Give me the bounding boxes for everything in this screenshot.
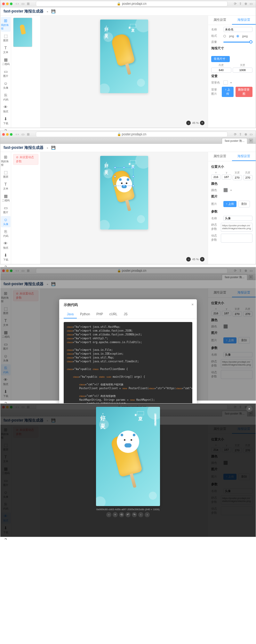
- upload-bg-button[interactable]: ↑ 上传: [222, 87, 234, 97]
- window-controls[interactable]: [2, 3, 12, 5]
- sidebar-item-4[interactable]: ▭图片: [1, 68, 11, 79]
- preset-size-button[interactable]: 常用尺寸▾: [211, 56, 230, 62]
- sidebar-item-3[interactable]: ▦二维码: [1, 56, 11, 67]
- popsicle-graphic: [110, 33, 138, 77]
- sidebar-item-5[interactable]: ☺头像: [1, 80, 11, 91]
- sidebar-icon: ⬇: [4, 117, 7, 121]
- canvas-area[interactable]: 你好，夏天 数伏百四十三 立夏 − 45 % +: [41, 152, 208, 264]
- code-tab-curl[interactable]: cURL: [106, 310, 121, 318]
- selection-box[interactable]: [115, 167, 133, 186]
- sidebar-icon: ⬚: [4, 34, 8, 38]
- sidebar-item-0[interactable]: ⊞我的海报: [1, 17, 11, 32]
- layer-panel: ⊘ 未设置动态参数: [11, 152, 41, 264]
- w-input[interactable]: [233, 175, 242, 180]
- y-input[interactable]: [222, 174, 231, 180]
- reset-icon[interactable]: ⟲: [119, 512, 124, 517]
- zoom-out-icon[interactable]: −: [106, 512, 111, 517]
- poster-thumbnail[interactable]: [13, 18, 32, 47]
- nav-buttons[interactable]: ‹ › ▭ ⊞: [16, 2, 29, 5]
- sidebar-icon: ▭: [4, 205, 8, 210]
- code-tab-js[interactable]: JS: [121, 310, 131, 318]
- poster-text-center[interactable]: 立夏: [130, 24, 136, 28]
- sidebar: ⊞我的海报⬚图层T文本▦二维码▭图片☺头像⎘代码👁预览⬇下载?帮助: [0, 16, 11, 128]
- sidebar-item-7[interactable]: 👁预览: [1, 240, 11, 251]
- remove-bg-button[interactable]: 删除背景图: [236, 87, 253, 97]
- code-tab-java[interactable]: Java: [64, 310, 77, 318]
- poster-canvas[interactable]: 你好，夏天 数伏百四十三 立夏: [100, 156, 148, 229]
- sidebar-item-0[interactable]: ⊞我的海报: [1, 153, 11, 168]
- properties-panel: 属性设置 海报设置 名称 格式 png jpeg 质量 海报尺寸 常用尺寸▾ 高…: [208, 16, 256, 128]
- save-icon[interactable]: 💾: [51, 9, 56, 13]
- sidebar-item-5[interactable]: ☺头像: [1, 216, 11, 227]
- sidebar-label: 代码: [3, 234, 8, 238]
- zoom-in-button[interactable]: +: [200, 121, 204, 125]
- poster-text-vertical[interactable]: 你好，夏天: [103, 23, 109, 32]
- delete-image-button[interactable]: 删除: [238, 201, 250, 207]
- sidebar-item-3[interactable]: ▦二维码: [1, 192, 11, 204]
- color-swatch[interactable]: [223, 188, 228, 192]
- address-bar[interactable]: 🔒 poster.prodapi.cn: [36, 132, 228, 137]
- properties-panel: 属性设置 海报设置 位置大小 x y 宽度 高度 颜色 颜色▾ 图片 图片 ↑ …: [208, 152, 256, 264]
- sidebar-label: 图层: [3, 175, 8, 179]
- bg-color-swatch[interactable]: [223, 80, 228, 85]
- sidebar-item-6[interactable]: ⎘代码: [1, 92, 11, 103]
- browser-tab[interactable]: fast-poster 海...: [222, 138, 247, 144]
- screenshot-4: ‹ › ▭ ⊞ 🔒 poster.prodapi.cn ⟳ ⇧ ⊕ ▭ fast…: [0, 403, 256, 537]
- quality-slider[interactable]: [223, 42, 252, 43]
- window-controls[interactable]: [2, 133, 12, 136]
- zoom-out-button[interactable]: −: [186, 121, 191, 125]
- sidebar-item-1[interactable]: ⬚图层: [1, 32, 11, 44]
- height-input[interactable]: [211, 68, 231, 73]
- sidebar-icon: T: [4, 45, 7, 50]
- sidebar-icon: 👁: [4, 241, 8, 246]
- modal-close-button[interactable]: ×: [192, 302, 194, 306]
- tab-attr-settings[interactable]: 属性设置: [208, 16, 232, 25]
- zoom-out-button[interactable]: −: [186, 257, 191, 262]
- sidebar-label: 二维码: [2, 199, 10, 202]
- prev-icon[interactable]: ‹: [138, 512, 143, 517]
- sidebar-icon: ⊞: [4, 155, 7, 159]
- sidebar-item-4[interactable]: ▭图片: [1, 204, 11, 215]
- layer-panel: [11, 16, 41, 128]
- rotate-left-icon[interactable]: ↶: [125, 512, 131, 517]
- sidebar-item-2[interactable]: T文本: [1, 181, 11, 192]
- address-bar[interactable]: 🔒poster.prodapi.cn: [36, 1, 228, 6]
- h-input[interactable]: [243, 175, 252, 180]
- next-icon[interactable]: ›: [145, 512, 150, 517]
- browser-actions[interactable]: ⟳ ⇧ ⊕ ▭: [234, 2, 252, 5]
- sidebar-icon: ⎘: [4, 93, 7, 98]
- static-param-input[interactable]: https://poster.prodapi.cn/static/images/…: [221, 223, 252, 232]
- poster-canvas[interactable]: 你好，夏天 数伏百四十三 立夏: [100, 20, 148, 93]
- sidebar-label: 图片: [3, 211, 8, 214]
- sidebar-item-8[interactable]: ⬇下载: [1, 252, 11, 263]
- code-tab-php[interactable]: PHP: [93, 310, 106, 318]
- canvas-area[interactable]: 你好，夏天 数伏百四十三 立夏 − 45 % +: [41, 16, 208, 128]
- param-name-input[interactable]: [223, 216, 252, 221]
- new-doc-icon[interactable]: ▫: [47, 146, 48, 150]
- sidebar-item-6[interactable]: ⎘代码: [1, 228, 11, 239]
- format-radio-group[interactable]: png jpeg: [223, 35, 248, 38]
- sidebar-icon: ☺: [4, 217, 8, 222]
- rotate-right-icon[interactable]: ↷: [132, 512, 137, 517]
- new-doc-icon[interactable]: ▫: [47, 10, 48, 13]
- screenshot-3: ‹ › ▭ ⊞ 🔒 poster.prodapi.cn ⟳ ⇧ ⊕ ▭ fast…: [0, 267, 256, 401]
- zoom-in-button[interactable]: +: [200, 257, 204, 262]
- preview-close-button[interactable]: ×: [246, 406, 252, 412]
- sidebar-item-7[interactable]: 👁预览: [1, 103, 11, 115]
- new-tab-button[interactable]: +: [249, 139, 253, 143]
- zoom-in-icon[interactable]: +: [113, 512, 118, 517]
- sidebar-icon: ⊞: [4, 18, 7, 23]
- poster-name-input[interactable]: [223, 27, 252, 32]
- sidebar-item-1[interactable]: ⬚图层: [1, 169, 11, 180]
- tab-poster-settings[interactable]: 海报设置: [232, 16, 256, 25]
- sidebar-item-2[interactable]: T文本: [1, 44, 11, 55]
- x-input[interactable]: [211, 174, 220, 180]
- width-input[interactable]: [233, 68, 253, 73]
- upload-image-button[interactable]: ↑ 上传: [223, 201, 236, 207]
- sidebar-label: 代码: [3, 98, 8, 101]
- dynamic-param-input[interactable]: [221, 234, 252, 243]
- preview-overlay[interactable]: × 你好，夏天 数伏百四十三 立夏 数据透视本质就是具体事物与抽象的关系 6a9…: [0, 404, 256, 537]
- sidebar-item-8[interactable]: ⬇下载: [1, 115, 11, 126]
- save-icon[interactable]: 💾: [51, 146, 56, 150]
- code-tab-python[interactable]: Python: [77, 310, 93, 318]
